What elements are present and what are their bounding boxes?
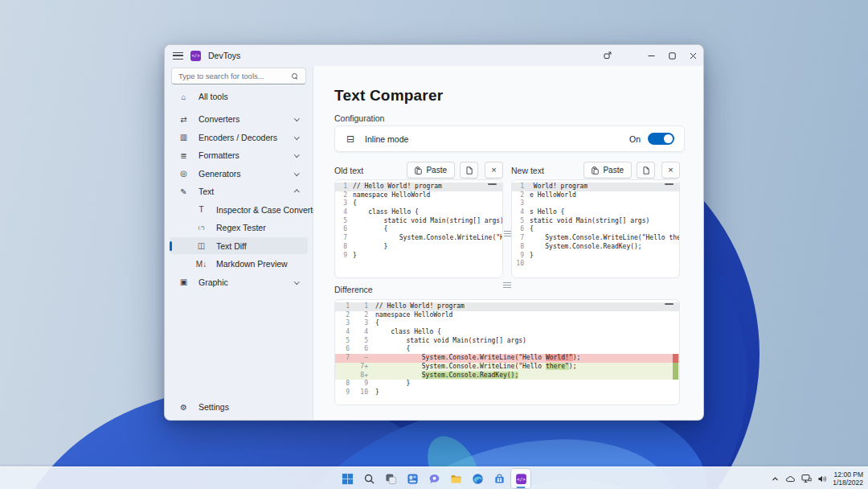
diff-row: 11// Hello World! program (335, 302, 679, 311)
sidebar-item-inspector-case-converter[interactable]: TInspector & Case Converter (170, 201, 308, 218)
sidebar-item-all-tools[interactable]: ⌂All tools (170, 88, 308, 105)
sidebar-item-converters[interactable]: ⇄Converters (170, 111, 308, 128)
taskbar-clock[interactable]: 12:00 PM 1/18/2022 (833, 471, 863, 487)
difference-view[interactable]: 11// Hello World! program22namespace Hel… (334, 299, 680, 405)
taskbar-edge-icon[interactable] (468, 469, 487, 488)
inline-mode-label: Inline mode (365, 134, 408, 144)
taskbar-task-view-icon[interactable] (381, 469, 400, 488)
inline-mode-icon: ⊟ (346, 134, 354, 145)
sidebar-item-graphic[interactable]: ▣Graphic (170, 273, 308, 290)
app-title: DevToys (208, 51, 240, 60)
diff-row: 44 class Hello { (335, 328, 679, 337)
chevron-down-icon (294, 279, 299, 284)
speaker-icon[interactable] (817, 475, 827, 483)
new-clear-button[interactable]: × (661, 162, 680, 179)
code-text: { (353, 225, 387, 234)
removed-ruler-mark (673, 354, 678, 363)
new-load-file-button[interactable] (637, 162, 655, 179)
diff-old-line-number (335, 363, 353, 372)
format-lines-icon: ≣ (178, 151, 190, 160)
vertical-splitter-grip[interactable] (504, 231, 511, 237)
sidebar-item-label: Formatters (199, 150, 240, 160)
diff-code-text: System.Console.WriteLine("Hello World!")… (375, 354, 679, 363)
diff-code-text: // Hello World! program (375, 302, 679, 311)
code-text: namespace HelloWorld (353, 191, 430, 200)
sidebar-item-formatters[interactable]: ≣Formatters (170, 147, 308, 164)
taskbar-store-icon[interactable] (489, 469, 509, 488)
new-editor-scrollbar[interactable] (665, 183, 674, 185)
inline-mode-toggle[interactable] (648, 133, 674, 146)
code-text: System.Console.WriteLine("Hello there"); (530, 234, 679, 243)
sidebar-item-label: Encoders / Decoders (199, 133, 277, 142)
code-text: s Hello { (530, 208, 564, 217)
sidebar-item-settings[interactable]: ⚙Settings (170, 399, 308, 416)
selection-indicator (170, 241, 172, 251)
compact-overlay-icon[interactable] (597, 45, 618, 66)
added-word-highlight: System.Console.ReadKey(); (422, 372, 518, 379)
search-input[interactable] (172, 72, 292, 80)
markdown-icon: M↓ (195, 260, 207, 269)
search-icon[interactable] (292, 73, 298, 80)
file-icon (466, 166, 473, 175)
network-icon[interactable] (801, 474, 812, 483)
paste-icon (415, 166, 422, 175)
maximize-button[interactable] (661, 45, 682, 66)
image-icon: ▣ (178, 277, 190, 286)
sidebar-item-generators[interactable]: ◎Generators (170, 165, 308, 182)
code-text: { (353, 199, 357, 208)
generator-icon: ◎ (178, 169, 190, 178)
old-load-file-button[interactable] (460, 162, 478, 179)
horizontal-splitter-grip[interactable] (503, 282, 511, 288)
sidebar-item-label: Generators (199, 169, 241, 179)
diff-new-line-number: 6 (353, 345, 371, 354)
chevron-up-icon[interactable] (771, 475, 780, 483)
close-button[interactable] (682, 45, 703, 66)
new-paste-button[interactable]: Paste (583, 162, 632, 179)
sidebar-item-markdown-preview[interactable]: M↓Markdown Preview (170, 256, 308, 273)
diff-code-text: { (375, 345, 679, 354)
desktop: </> DevToys (0, 0, 868, 489)
old-paste-button[interactable]: Paste (407, 162, 455, 179)
taskbar-chat-icon[interactable] (424, 469, 444, 488)
taskbar-search-icon[interactable] (359, 469, 379, 488)
added-ruler-mark (673, 363, 678, 372)
line-number: 6 (512, 225, 530, 234)
code-text: { (530, 225, 534, 234)
sidebar-item-encoders-decoders[interactable]: ▥Encoders / Decoders (170, 129, 308, 146)
sidebar-item-label: All tools (199, 92, 228, 101)
taskbar-devtoys-icon[interactable]: </> (511, 469, 530, 488)
diff-row: 55 static void Main(string[] args) (335, 337, 679, 346)
sidebar-item-label: Regex Tester (216, 223, 266, 232)
code-line: 8 System.Console.ReadKey(); (512, 243, 679, 252)
diff-row: 7− System.Console.WriteLine("Hello World… (335, 354, 679, 363)
minimize-button[interactable] (641, 45, 661, 66)
taskbar-widgets-icon[interactable] (403, 469, 422, 488)
diff-code-text: System.Console.ReadKey(); (375, 372, 679, 380)
sidebar-item-text[interactable]: ✎Text (170, 183, 308, 200)
code-text: static void Main(string[] args) (530, 217, 649, 226)
old-editor-scrollbar[interactable] (488, 183, 497, 185)
taskbar-start-icon[interactable] (338, 469, 357, 488)
code-line: 9} (512, 252, 679, 261)
onedrive-cloud-icon[interactable] (785, 475, 796, 483)
hamburger-menu-icon[interactable] (173, 52, 183, 60)
line-number: 4 (512, 208, 530, 217)
sidebar-item-regex-tester[interactable]: (.*)Regex Tester (170, 220, 308, 236)
sidebar-item-text-diff[interactable]: ◫Text Diff (170, 237, 308, 254)
paste-icon (592, 166, 599, 175)
devtoys-window: </> DevToys (164, 44, 704, 421)
old-text-label: Old text (334, 166, 363, 175)
sidebar-item-label: Inspector & Case Converter (216, 205, 321, 215)
diff-overview-ruler (673, 301, 678, 404)
old-text-editor[interactable]: 1// Hello World! program2namespace Hello… (334, 179, 503, 278)
line-number: 5 (335, 217, 353, 226)
taskbar-file-explorer-icon[interactable] (446, 469, 465, 488)
old-clear-button[interactable]: × (485, 162, 503, 179)
code-line: 5 static void Main(string[] args) (335, 217, 502, 226)
new-text-editor[interactable]: 1 World! program2e HelloWorld34s Hello {… (511, 179, 680, 278)
diff-old-line-number: 4 (335, 328, 353, 337)
code-line: 3{ (335, 199, 502, 208)
diff-row: 89 } (335, 380, 679, 388)
regex-icon: (.*) (195, 225, 207, 230)
removed-word-highlight: World!" (546, 354, 573, 361)
